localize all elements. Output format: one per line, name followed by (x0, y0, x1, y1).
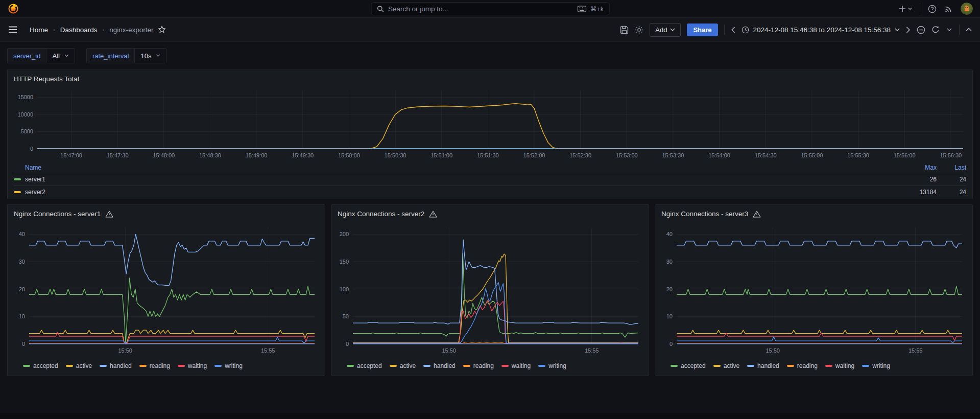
share-label: Share (693, 26, 711, 34)
help-icon[interactable] (928, 5, 937, 13)
panel-nginx-connections-server2: Nginx Connections - server2 050100150200… (331, 204, 649, 376)
legend-swatch (139, 365, 147, 367)
time-back-chevron-icon[interactable] (731, 27, 735, 33)
breadcrumb-home[interactable]: Home (30, 26, 48, 34)
refresh-interval-chevron-icon[interactable] (946, 28, 953, 32)
menu-hamburger-icon[interactable] (8, 26, 17, 33)
legend-swatch (787, 365, 794, 367)
search-input[interactable]: Search or jump to... ⌘+k (371, 2, 609, 15)
legend-label: accepted (357, 362, 382, 369)
legend-swatch (538, 365, 545, 367)
legend-item-active[interactable]: active (66, 362, 92, 369)
series-line-writing (353, 283, 638, 343)
news-rss-icon[interactable] (944, 5, 953, 13)
panel-title-text: Nginx Connections - server2 (338, 210, 424, 218)
legend-series-name[interactable]: server1 (14, 176, 900, 183)
legend-header-max[interactable]: Max (900, 164, 937, 171)
http-requests-chart[interactable]: 05000100001500015:47:0015:47:3015:48:001… (14, 85, 966, 162)
time-range-picker[interactable]: 2024-12-08 15:46:38 to 2024-12-08 15:56:… (742, 26, 900, 34)
legend-swatch (671, 365, 678, 367)
legend-item-handled[interactable]: handled (747, 362, 779, 369)
legend-label: active (724, 362, 739, 369)
legend-swatch (825, 365, 832, 367)
connections-server3-legend: acceptedactivehandledreadingwaitingwriti… (671, 360, 966, 371)
variable-server-id-dropdown[interactable]: All (46, 48, 75, 63)
legend-table-row-server1[interactable]: server12624 (14, 173, 966, 185)
warning-triangle-icon[interactable] (105, 211, 113, 218)
legend-item-handled[interactable]: handled (423, 362, 456, 369)
series-line-active (29, 330, 315, 344)
legend-label: writing (225, 362, 243, 369)
legend-item-accepted[interactable]: accepted (347, 362, 382, 369)
variable-rate-interval-label[interactable]: rate_interval (86, 48, 135, 63)
legend-item-reading[interactable]: reading (463, 362, 494, 369)
y-axis-tick-label: 40 (19, 231, 25, 237)
x-axis-tick-label: 15:55 (585, 347, 599, 354)
top-navigation-bar: Search or jump to... ⌘+k (0, 0, 980, 18)
connections-server2-chart[interactable]: 05010015020015:5015:55 (338, 220, 642, 359)
zoom-out-time-icon[interactable] (917, 26, 925, 34)
breadcrumb-chevron-icon: › (102, 27, 105, 33)
legend-swatch (14, 191, 21, 193)
warning-triangle-icon[interactable] (753, 211, 761, 218)
legend-item-reading[interactable]: reading (139, 362, 170, 369)
variable-server-id-label[interactable]: server_id (7, 48, 46, 63)
legend-series-name[interactable]: server2 (14, 189, 900, 196)
toolbar-divider (724, 25, 725, 35)
y-axis-tick-label: 30 (19, 259, 25, 265)
favorite-star-icon[interactable] (158, 26, 166, 34)
panel-nginx-connections-server3: Nginx Connections - server3 01020304015:… (655, 204, 973, 376)
add-panel-button[interactable]: Add (650, 23, 681, 37)
legend-item-reading[interactable]: reading (787, 362, 818, 369)
add-new-button[interactable] (899, 5, 912, 13)
warning-triangle-icon[interactable] (429, 211, 437, 218)
legend-table-row-server2[interactable]: server21318424 (14, 185, 966, 198)
breadcrumb-dashboards[interactable]: Dashboards (60, 26, 98, 34)
topbar-divider (920, 4, 920, 14)
y-axis-tick-label: 20 (666, 286, 673, 292)
connections-server1-chart[interactable]: 01020304015:5015:55 (14, 220, 319, 359)
dashboard-canvas: HTTP Requests Total 05000100001500015:47… (7, 69, 973, 376)
y-axis-tick-label: 10 (19, 313, 25, 319)
legend-label: reading (150, 362, 170, 369)
variable-server-id: server_id All (7, 48, 75, 63)
legend-item-writing[interactable]: writing (862, 362, 890, 369)
legend-swatch (423, 365, 431, 367)
legend-item-waiting[interactable]: waiting (178, 362, 207, 369)
legend-item-writing[interactable]: writing (214, 362, 243, 369)
legend-item-active[interactable]: active (390, 362, 416, 369)
panel-title-http-requests[interactable]: HTTP Requests Total (14, 73, 966, 85)
user-avatar[interactable] (961, 3, 973, 15)
series-line-accepted (677, 286, 962, 294)
legend-swatch (747, 365, 754, 367)
legend-header-name[interactable]: Name (14, 164, 900, 171)
legend-item-handled[interactable]: handled (100, 362, 132, 369)
add-panel-label: Add (655, 26, 667, 34)
legend-item-writing[interactable]: writing (538, 362, 566, 369)
variable-rate-interval-dropdown[interactable]: 10s (135, 48, 166, 63)
panel-title-connections-server1[interactable]: Nginx Connections - server1 (14, 207, 319, 220)
grafana-logo[interactable] (7, 3, 19, 15)
legend-series-label: server2 (25, 189, 45, 196)
collapse-toolbar-chevron-up-icon[interactable] (966, 28, 972, 32)
panel-title-connections-server2[interactable]: Nginx Connections - server2 (338, 207, 642, 220)
legend-item-accepted[interactable]: accepted (23, 362, 58, 369)
panel-title-text: Nginx Connections - server1 (14, 210, 101, 218)
save-dashboard-icon[interactable] (620, 26, 629, 34)
share-button[interactable]: Share (687, 24, 718, 36)
legend-item-active[interactable]: active (713, 362, 739, 369)
x-axis-tick-label: 15:55 (261, 347, 275, 354)
legend-header-last[interactable]: Last (937, 164, 966, 171)
refresh-icon[interactable] (931, 26, 940, 34)
chevron-down-icon (156, 54, 160, 57)
y-axis-tick-label: 15000 (17, 94, 33, 100)
panel-title-connections-server3[interactable]: Nginx Connections - server3 (661, 207, 966, 220)
legend-swatch (100, 365, 107, 367)
legend-item-waiting[interactable]: waiting (501, 362, 531, 369)
dashboard-settings-gear-icon[interactable] (635, 26, 643, 34)
legend-item-accepted[interactable]: accepted (671, 362, 706, 369)
legend-item-waiting[interactable]: waiting (825, 362, 854, 369)
time-forward-chevron-icon[interactable] (906, 27, 911, 33)
y-axis-tick-label: 50 (343, 313, 349, 319)
connections-server3-chart[interactable]: 01020304015:5015:55 (661, 220, 966, 359)
